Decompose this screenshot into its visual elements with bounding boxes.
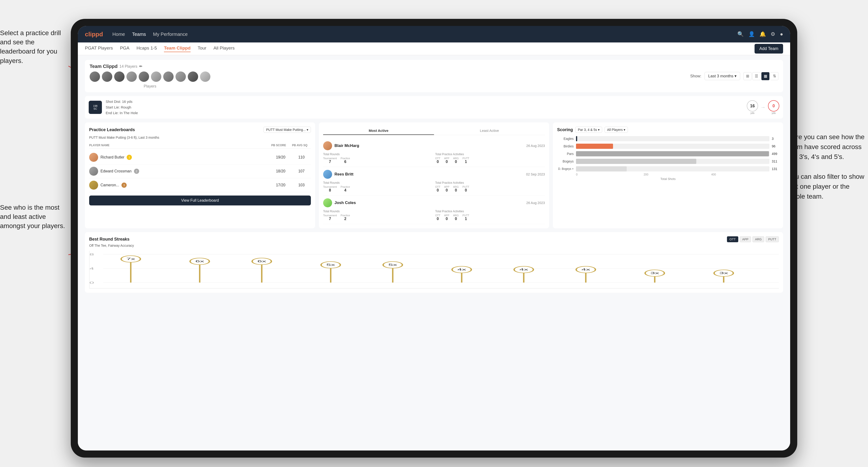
avatar-icon[interactable]: ● (780, 31, 783, 37)
show-label: Show: (690, 74, 701, 79)
practice-stat-3: Practice 2 (341, 214, 350, 221)
card-view-icon[interactable]: ▦ (762, 72, 769, 80)
svg-text:3x: 3x (719, 272, 728, 275)
view-full-leaderboard-button[interactable]: View Full Leaderboard (89, 195, 311, 206)
svg-text:4x: 4x (457, 268, 466, 271)
practice-label-3: Total Practice Activities (435, 210, 545, 213)
rounds-label-1: Total Rounds (323, 153, 433, 156)
bar-label-birdies: Birdies (557, 144, 574, 148)
team-title: Team Clippd 14 Players ✏ (90, 64, 210, 69)
svg-text:4x: 4x (582, 268, 590, 271)
tournament-stat-1: Tournament 7 (323, 157, 337, 164)
chevron-down-icon: ▾ (735, 74, 737, 78)
lb-avatar-2 (89, 167, 98, 176)
activity-card: Most Active Least Active Blair McHarg 26… (319, 122, 549, 228)
shot-details: Shot Dist: 16 yds Start Lie: Rough End L… (106, 99, 743, 116)
annotation-bottom-left: See who is the most and least active amo… (0, 203, 68, 231)
search-icon[interactable]: 🔍 (737, 31, 744, 37)
shot-circle-label-1: yds (747, 112, 758, 115)
lb-avatar-1 (89, 153, 98, 162)
grid-view-icon[interactable]: ⊞ (743, 72, 751, 80)
bar-value-dbogeys: 131 (772, 167, 779, 171)
bar-value-birdies: 96 (772, 144, 779, 148)
sort-icon[interactable]: ⇅ (770, 72, 778, 80)
drill-subtitle: PUTT Must Make Putting (3-6 ft), Last 3 … (89, 135, 311, 139)
player-avatar-1[interactable] (90, 71, 100, 82)
bell-icon[interactable]: 🔔 (760, 31, 766, 37)
player-avatar-2[interactable] (102, 71, 112, 82)
rounds-row-3: Tournament 7 Practice 2 (323, 214, 433, 221)
most-active-tab[interactable]: Most Active (323, 127, 434, 135)
activity-practice-2: Total Practice Activities OTT 0 APP 0 (435, 181, 545, 192)
edit-team-icon[interactable]: ✏ (139, 64, 142, 69)
bar-row-dbogeys: D. Bogeys + 131 (557, 166, 779, 172)
lb-badge-1: 1 (127, 155, 132, 160)
shot-circle-label-2: yds (768, 112, 779, 115)
least-active-tab[interactable]: Least Active (434, 127, 545, 135)
svg-text:8: 8 (89, 253, 94, 256)
player-filter-dropdown[interactable]: All Players ▾ (604, 127, 628, 133)
subnav-all-players[interactable]: All Players (214, 45, 235, 52)
rounds-label-3: Total Rounds (323, 210, 433, 213)
drill-dropdown[interactable]: PUTT Must Make Putting... ▾ (264, 127, 311, 133)
svg-text:5x: 5x (327, 263, 335, 267)
activity-tabs: Most Active Least Active (323, 127, 545, 135)
activity-date-3: 26 Aug 2023 (526, 201, 545, 205)
player-avatar-8[interactable] (176, 71, 186, 82)
filter-arg[interactable]: ARG (752, 236, 764, 242)
svg-text:7x: 7x (126, 257, 135, 261)
player-avatar-9[interactable] (188, 71, 198, 82)
player-avatar-4[interactable] (126, 71, 137, 82)
subnav-pgat-players[interactable]: PGAT Players (85, 45, 113, 52)
lb-avatar-3 (89, 181, 98, 190)
activity-stats-2: Total Rounds Tournament 8 Practice 4 (323, 181, 545, 192)
filter-ott[interactable]: OTT (727, 236, 738, 242)
player-avatar-3[interactable] (114, 71, 125, 82)
lb-row-3: Cameron... 3 17/20 103 (89, 178, 311, 192)
subnav-hcaps[interactable]: Hcaps 1-5 (136, 45, 157, 52)
team-name-label: Team Clippd (90, 64, 118, 69)
svg-text:4: 4 (89, 267, 94, 270)
player-avatar-5[interactable] (139, 71, 149, 82)
bar-label-dbogeys: D. Bogeys + (557, 167, 574, 170)
subnav-team-clippd[interactable]: Team Clippd (164, 45, 191, 52)
activity-stats-3: Total Rounds Tournament 7 Practice 2 (323, 210, 545, 221)
nav-teams[interactable]: Teams (132, 32, 146, 37)
player-avatar-10[interactable] (200, 71, 210, 82)
activity-row-3: Josh Coles 26 Aug 2023 Total Rounds Tour… (323, 195, 545, 224)
lb-col-score: PB SCORE (271, 144, 290, 147)
practice-row-1: OTT 0 APP 0 ARG 0 (435, 157, 545, 164)
nav-my-performance[interactable]: My Performance (153, 32, 188, 37)
subnav-pga[interactable]: PGA (120, 45, 129, 52)
main-content: Team Clippd 14 Players ✏ (78, 55, 790, 450)
practice-stat-1: Practice 6 (341, 157, 350, 164)
streaks-title: Best Round Streaks (89, 237, 129, 242)
bar-track-dbogeys (576, 166, 769, 172)
leaderboards-header: Practice Leaderboards PUTT Must Make Put… (89, 127, 311, 133)
add-team-button[interactable]: Add Team (754, 44, 783, 54)
team-header: Team Clippd 14 Players ✏ (85, 60, 783, 92)
filter-app[interactable]: APP (740, 236, 751, 242)
player-avatar-7[interactable] (163, 71, 174, 82)
svg-text:3x: 3x (650, 272, 659, 275)
list-view-icon[interactable]: ☰ (752, 72, 761, 80)
bar-track-bogeys (576, 159, 769, 164)
rounds-label-2: Total Rounds (323, 181, 433, 184)
shot-distance-unit: SC (93, 107, 97, 110)
player-count-label: 14 Players (120, 64, 137, 69)
lb-score-3: 17/20 (271, 183, 290, 187)
arg-stat-3: ARG 0 (453, 214, 459, 221)
team-header-left: Team Clippd 14 Players ✏ (90, 64, 210, 88)
person-icon[interactable]: 👤 (748, 31, 755, 37)
shot-circles: 16 yds → 0 yds (747, 100, 779, 115)
subnav-tour[interactable]: Tour (198, 45, 206, 52)
show-dropdown[interactable]: Last 3 months ▾ (705, 72, 740, 80)
par-filter-dropdown[interactable]: Par 3, 4 & 5s ▾ (575, 127, 602, 133)
bar-label-eagles: Eagles (557, 137, 574, 141)
practice-label-1: Total Practice Activities (435, 153, 545, 156)
annotation-right: Here you can see how the team have score… (788, 132, 868, 201)
filter-putt[interactable]: PUTT (766, 236, 779, 242)
settings-icon[interactable]: ⚙ (771, 31, 775, 37)
nav-home[interactable]: Home (113, 32, 125, 37)
player-avatar-6[interactable] (151, 71, 161, 82)
